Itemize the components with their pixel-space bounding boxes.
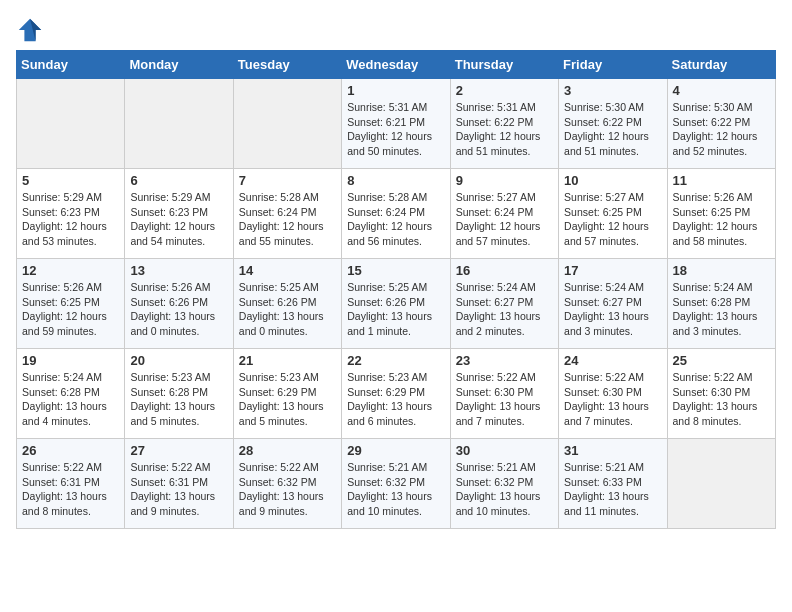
- cell-text: Sunrise: 5:23 AM Sunset: 6:29 PM Dayligh…: [347, 370, 444, 429]
- calendar-cell: 21Sunrise: 5:23 AM Sunset: 6:29 PM Dayli…: [233, 349, 341, 439]
- day-number: 4: [673, 83, 770, 98]
- cell-text: Sunrise: 5:24 AM Sunset: 6:28 PM Dayligh…: [673, 280, 770, 339]
- calendar-week-row: 19Sunrise: 5:24 AM Sunset: 6:28 PM Dayli…: [17, 349, 776, 439]
- day-number: 3: [564, 83, 661, 98]
- day-number: 2: [456, 83, 553, 98]
- weekday-header: Wednesday: [342, 51, 450, 79]
- calendar-cell: 27Sunrise: 5:22 AM Sunset: 6:31 PM Dayli…: [125, 439, 233, 529]
- weekday-header: Friday: [559, 51, 667, 79]
- calendar-cell: 19Sunrise: 5:24 AM Sunset: 6:28 PM Dayli…: [17, 349, 125, 439]
- day-number: 9: [456, 173, 553, 188]
- calendar-cell: 4Sunrise: 5:30 AM Sunset: 6:22 PM Daylig…: [667, 79, 775, 169]
- calendar-cell: 22Sunrise: 5:23 AM Sunset: 6:29 PM Dayli…: [342, 349, 450, 439]
- cell-text: Sunrise: 5:22 AM Sunset: 6:30 PM Dayligh…: [456, 370, 553, 429]
- day-number: 25: [673, 353, 770, 368]
- calendar-week-row: 12Sunrise: 5:26 AM Sunset: 6:25 PM Dayli…: [17, 259, 776, 349]
- day-number: 21: [239, 353, 336, 368]
- day-number: 18: [673, 263, 770, 278]
- day-number: 12: [22, 263, 119, 278]
- cell-text: Sunrise: 5:28 AM Sunset: 6:24 PM Dayligh…: [239, 190, 336, 249]
- calendar-cell: 23Sunrise: 5:22 AM Sunset: 6:30 PM Dayli…: [450, 349, 558, 439]
- calendar-cell: 20Sunrise: 5:23 AM Sunset: 6:28 PM Dayli…: [125, 349, 233, 439]
- calendar-cell: [125, 79, 233, 169]
- day-number: 8: [347, 173, 444, 188]
- calendar-cell: 8Sunrise: 5:28 AM Sunset: 6:24 PM Daylig…: [342, 169, 450, 259]
- calendar-cell: 9Sunrise: 5:27 AM Sunset: 6:24 PM Daylig…: [450, 169, 558, 259]
- logo-icon: [16, 16, 44, 44]
- cell-text: Sunrise: 5:29 AM Sunset: 6:23 PM Dayligh…: [22, 190, 119, 249]
- weekday-header: Monday: [125, 51, 233, 79]
- calendar-cell: 13Sunrise: 5:26 AM Sunset: 6:26 PM Dayli…: [125, 259, 233, 349]
- cell-text: Sunrise: 5:23 AM Sunset: 6:29 PM Dayligh…: [239, 370, 336, 429]
- cell-text: Sunrise: 5:21 AM Sunset: 6:32 PM Dayligh…: [347, 460, 444, 519]
- weekday-header: Sunday: [17, 51, 125, 79]
- calendar-cell: 31Sunrise: 5:21 AM Sunset: 6:33 PM Dayli…: [559, 439, 667, 529]
- day-number: 19: [22, 353, 119, 368]
- calendar-cell: 12Sunrise: 5:26 AM Sunset: 6:25 PM Dayli…: [17, 259, 125, 349]
- day-number: 11: [673, 173, 770, 188]
- cell-text: Sunrise: 5:21 AM Sunset: 6:32 PM Dayligh…: [456, 460, 553, 519]
- cell-text: Sunrise: 5:31 AM Sunset: 6:21 PM Dayligh…: [347, 100, 444, 159]
- calendar-cell: 5Sunrise: 5:29 AM Sunset: 6:23 PM Daylig…: [17, 169, 125, 259]
- cell-text: Sunrise: 5:22 AM Sunset: 6:30 PM Dayligh…: [673, 370, 770, 429]
- calendar-cell: [233, 79, 341, 169]
- day-number: 24: [564, 353, 661, 368]
- day-number: 22: [347, 353, 444, 368]
- calendar-week-row: 26Sunrise: 5:22 AM Sunset: 6:31 PM Dayli…: [17, 439, 776, 529]
- day-number: 28: [239, 443, 336, 458]
- calendar-cell: 30Sunrise: 5:21 AM Sunset: 6:32 PM Dayli…: [450, 439, 558, 529]
- calendar-cell: 11Sunrise: 5:26 AM Sunset: 6:25 PM Dayli…: [667, 169, 775, 259]
- cell-text: Sunrise: 5:21 AM Sunset: 6:33 PM Dayligh…: [564, 460, 661, 519]
- calendar-cell: 18Sunrise: 5:24 AM Sunset: 6:28 PM Dayli…: [667, 259, 775, 349]
- cell-text: Sunrise: 5:30 AM Sunset: 6:22 PM Dayligh…: [564, 100, 661, 159]
- cell-text: Sunrise: 5:30 AM Sunset: 6:22 PM Dayligh…: [673, 100, 770, 159]
- day-number: 16: [456, 263, 553, 278]
- day-number: 13: [130, 263, 227, 278]
- day-number: 30: [456, 443, 553, 458]
- calendar-week-row: 1Sunrise: 5:31 AM Sunset: 6:21 PM Daylig…: [17, 79, 776, 169]
- calendar-cell: 1Sunrise: 5:31 AM Sunset: 6:21 PM Daylig…: [342, 79, 450, 169]
- day-number: 29: [347, 443, 444, 458]
- calendar-cell: 6Sunrise: 5:29 AM Sunset: 6:23 PM Daylig…: [125, 169, 233, 259]
- day-number: 5: [22, 173, 119, 188]
- cell-text: Sunrise: 5:25 AM Sunset: 6:26 PM Dayligh…: [347, 280, 444, 339]
- calendar-cell: 25Sunrise: 5:22 AM Sunset: 6:30 PM Dayli…: [667, 349, 775, 439]
- cell-text: Sunrise: 5:27 AM Sunset: 6:24 PM Dayligh…: [456, 190, 553, 249]
- day-number: 15: [347, 263, 444, 278]
- cell-text: Sunrise: 5:26 AM Sunset: 6:25 PM Dayligh…: [673, 190, 770, 249]
- cell-text: Sunrise: 5:24 AM Sunset: 6:27 PM Dayligh…: [564, 280, 661, 339]
- cell-text: Sunrise: 5:29 AM Sunset: 6:23 PM Dayligh…: [130, 190, 227, 249]
- calendar-cell: 28Sunrise: 5:22 AM Sunset: 6:32 PM Dayli…: [233, 439, 341, 529]
- cell-text: Sunrise: 5:23 AM Sunset: 6:28 PM Dayligh…: [130, 370, 227, 429]
- calendar-cell: 2Sunrise: 5:31 AM Sunset: 6:22 PM Daylig…: [450, 79, 558, 169]
- cell-text: Sunrise: 5:28 AM Sunset: 6:24 PM Dayligh…: [347, 190, 444, 249]
- day-number: 20: [130, 353, 227, 368]
- day-number: 27: [130, 443, 227, 458]
- calendar-cell: 14Sunrise: 5:25 AM Sunset: 6:26 PM Dayli…: [233, 259, 341, 349]
- weekday-header: Tuesday: [233, 51, 341, 79]
- calendar-cell: 10Sunrise: 5:27 AM Sunset: 6:25 PM Dayli…: [559, 169, 667, 259]
- calendar-cell: [17, 79, 125, 169]
- cell-text: Sunrise: 5:26 AM Sunset: 6:26 PM Dayligh…: [130, 280, 227, 339]
- logo: [16, 16, 46, 44]
- day-number: 10: [564, 173, 661, 188]
- calendar-cell: 17Sunrise: 5:24 AM Sunset: 6:27 PM Dayli…: [559, 259, 667, 349]
- cell-text: Sunrise: 5:22 AM Sunset: 6:31 PM Dayligh…: [130, 460, 227, 519]
- calendar-week-row: 5Sunrise: 5:29 AM Sunset: 6:23 PM Daylig…: [17, 169, 776, 259]
- calendar-header: SundayMondayTuesdayWednesdayThursdayFrid…: [17, 51, 776, 79]
- day-number: 23: [456, 353, 553, 368]
- cell-text: Sunrise: 5:24 AM Sunset: 6:28 PM Dayligh…: [22, 370, 119, 429]
- weekday-header: Saturday: [667, 51, 775, 79]
- day-number: 6: [130, 173, 227, 188]
- calendar-cell: 15Sunrise: 5:25 AM Sunset: 6:26 PM Dayli…: [342, 259, 450, 349]
- calendar-cell: 29Sunrise: 5:21 AM Sunset: 6:32 PM Dayli…: [342, 439, 450, 529]
- cell-text: Sunrise: 5:22 AM Sunset: 6:32 PM Dayligh…: [239, 460, 336, 519]
- calendar-cell: 7Sunrise: 5:28 AM Sunset: 6:24 PM Daylig…: [233, 169, 341, 259]
- day-number: 14: [239, 263, 336, 278]
- day-number: 1: [347, 83, 444, 98]
- calendar-cell: 16Sunrise: 5:24 AM Sunset: 6:27 PM Dayli…: [450, 259, 558, 349]
- cell-text: Sunrise: 5:22 AM Sunset: 6:31 PM Dayligh…: [22, 460, 119, 519]
- cell-text: Sunrise: 5:26 AM Sunset: 6:25 PM Dayligh…: [22, 280, 119, 339]
- calendar-cell: 24Sunrise: 5:22 AM Sunset: 6:30 PM Dayli…: [559, 349, 667, 439]
- calendar-cell: [667, 439, 775, 529]
